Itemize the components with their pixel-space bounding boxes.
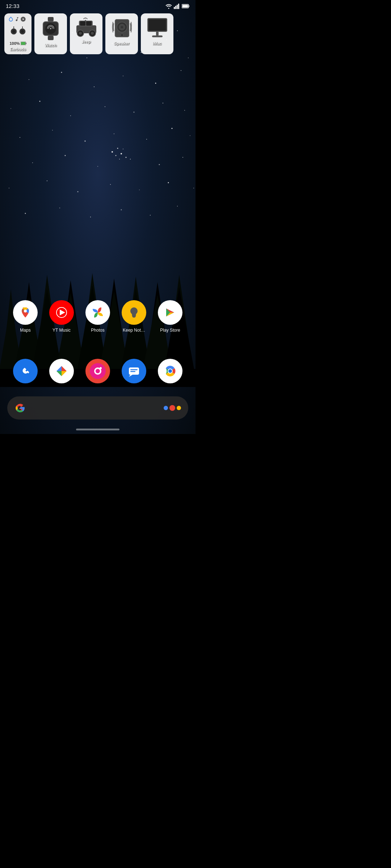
svg-rect-85 bbox=[182, 5, 188, 7]
svg-point-43 bbox=[110, 184, 111, 185]
google-assistant[interactable] bbox=[164, 405, 181, 411]
yt-music-icon bbox=[49, 300, 74, 325]
svg-point-49 bbox=[90, 217, 91, 217]
svg-point-39 bbox=[182, 157, 183, 158]
home-indicator[interactable] bbox=[76, 429, 119, 430]
svg-point-56 bbox=[121, 153, 122, 154]
wifi-icon bbox=[165, 3, 172, 9]
svg-rect-119 bbox=[156, 32, 159, 35]
app-item-screenrecord[interactable] bbox=[85, 359, 110, 383]
svg-rect-84 bbox=[189, 5, 189, 7]
watch-label: Watch bbox=[45, 43, 57, 47]
photos-icon bbox=[85, 300, 110, 325]
svg-point-108 bbox=[91, 32, 94, 35]
imac-image bbox=[146, 16, 169, 40]
signal-icon bbox=[174, 3, 180, 9]
svg-point-19 bbox=[181, 70, 181, 71]
earbuds-status-icons bbox=[8, 16, 28, 22]
svg-point-122 bbox=[24, 310, 27, 312]
svg-point-36 bbox=[97, 166, 98, 167]
svg-point-47 bbox=[25, 213, 26, 214]
svg-point-57 bbox=[123, 149, 123, 149]
svg-rect-80 bbox=[175, 6, 176, 9]
svg-rect-95 bbox=[48, 17, 54, 21]
clock: 12:33 bbox=[6, 3, 20, 9]
maps-label: Maps bbox=[20, 328, 30, 333]
assistant-dot-yellow bbox=[177, 406, 181, 410]
app-item-messages[interactable] bbox=[122, 359, 146, 383]
keep-notes-icon bbox=[122, 300, 146, 325]
svg-point-50 bbox=[121, 209, 122, 210]
svg-point-22 bbox=[70, 115, 71, 116]
svg-point-14 bbox=[29, 79, 29, 80]
earbuds-label: Earbuds bbox=[10, 47, 26, 51]
app-item-wallet[interactable] bbox=[49, 359, 74, 383]
svg-rect-94 bbox=[21, 42, 25, 45]
svg-rect-103 bbox=[80, 21, 85, 26]
svg-point-29 bbox=[85, 141, 86, 142]
app-item-keep[interactable]: Keep Not… bbox=[122, 300, 146, 333]
svg-rect-100 bbox=[48, 36, 54, 40]
svg-point-90 bbox=[21, 30, 24, 33]
svg-point-18 bbox=[155, 83, 156, 84]
app-item-yt-music[interactable]: YT Music bbox=[49, 300, 74, 333]
jeep-image bbox=[75, 16, 98, 38]
jeep-label: Jeep bbox=[81, 39, 91, 44]
speaker-image bbox=[112, 16, 132, 40]
screen-record-icon bbox=[85, 359, 110, 383]
yt-music-label: YT Music bbox=[52, 328, 71, 333]
svg-rect-81 bbox=[177, 5, 178, 9]
svg-point-30 bbox=[114, 133, 114, 134]
earbuds-battery: 100% bbox=[9, 41, 26, 46]
svg-point-35 bbox=[65, 155, 66, 156]
dock-row bbox=[0, 359, 196, 383]
svg-point-106 bbox=[79, 32, 82, 35]
device-card-jeep[interactable]: Jeep bbox=[70, 13, 102, 54]
phone-icon bbox=[13, 359, 38, 383]
svg-rect-118 bbox=[149, 20, 166, 30]
svg-rect-82 bbox=[178, 4, 179, 9]
svg-point-23 bbox=[105, 106, 105, 107]
svg-point-21 bbox=[39, 101, 41, 102]
device-card-imac[interactable]: iMac bbox=[141, 13, 173, 54]
svg-point-136 bbox=[96, 369, 100, 373]
svg-point-55 bbox=[115, 155, 117, 156]
svg-point-13 bbox=[188, 58, 189, 58]
watch-image bbox=[40, 16, 62, 42]
app-grid: Maps YT Music bbox=[0, 300, 196, 333]
imac-label: iMac bbox=[153, 41, 161, 46]
device-card-earbuds[interactable]: 100% Earbuds bbox=[4, 13, 31, 54]
svg-rect-129 bbox=[133, 317, 135, 318]
app-item-phone[interactable] bbox=[13, 359, 38, 383]
svg-point-51 bbox=[150, 215, 151, 216]
earbuds-image bbox=[9, 24, 27, 40]
svg-point-54 bbox=[117, 148, 118, 149]
search-bar[interactable]: G G bbox=[7, 396, 188, 420]
svg-point-27 bbox=[20, 137, 20, 138]
assistant-dot-blue bbox=[164, 406, 168, 410]
app-item-photos[interactable]: Photos bbox=[85, 300, 110, 333]
maps-icon bbox=[13, 300, 38, 325]
app-item-maps[interactable]: Maps bbox=[13, 300, 38, 333]
svg-point-17 bbox=[123, 76, 123, 76]
svg-point-52 bbox=[177, 206, 178, 207]
svg-point-58 bbox=[119, 159, 120, 159]
svg-point-34 bbox=[32, 162, 33, 163]
google-logo: G G bbox=[14, 402, 26, 414]
svg-point-145 bbox=[168, 369, 172, 373]
svg-point-37 bbox=[130, 159, 131, 159]
speaker-label: Speaker bbox=[114, 41, 130, 46]
svg-point-38 bbox=[159, 164, 160, 165]
device-card-speaker[interactable]: Speaker bbox=[105, 13, 138, 54]
svg-point-114 bbox=[121, 26, 123, 28]
svg-point-24 bbox=[134, 112, 135, 113]
messages-icon bbox=[122, 359, 146, 383]
svg-rect-141 bbox=[130, 369, 138, 370]
wallet-icon bbox=[49, 359, 74, 383]
app-item-chrome[interactable] bbox=[158, 359, 182, 383]
svg-rect-104 bbox=[86, 21, 92, 26]
svg-point-20 bbox=[10, 108, 11, 109]
play-store-icon bbox=[158, 300, 182, 325]
app-item-playstore[interactable]: Play Store bbox=[158, 300, 182, 333]
device-card-watch[interactable]: Watch bbox=[34, 13, 67, 54]
